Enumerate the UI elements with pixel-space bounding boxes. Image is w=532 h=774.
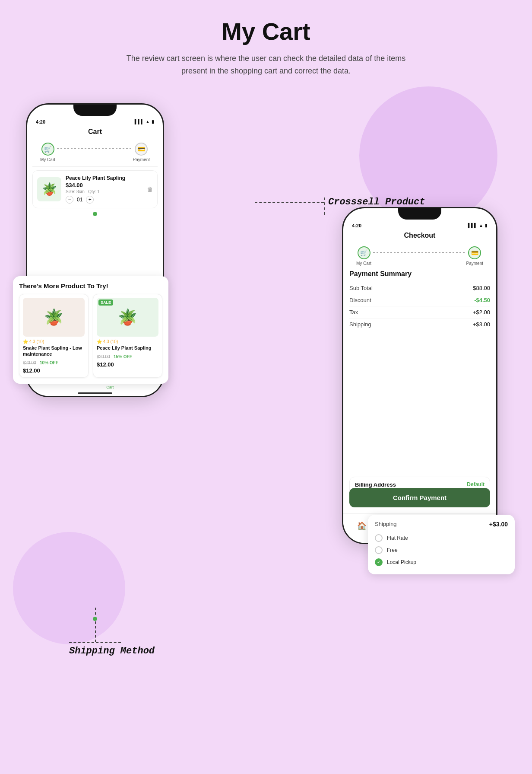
original-price-2: $20.00 <box>97 354 110 359</box>
cart-item-details: Peace Lily Plant Sapling $34.00 Size: 8c… <box>66 175 142 204</box>
billing-header: Billing Address Default <box>355 481 484 488</box>
summary-row-tax: Tax +$2.00 <box>349 306 490 319</box>
status-bar-right: 4:20 ▌▌▌ ▲ ▮ <box>343 220 496 229</box>
cart-nav-label-left: Cart <box>106 385 114 389</box>
qty-decrease-btn[interactable]: − <box>66 196 73 204</box>
battery-icon-left: ▮ <box>152 119 154 124</box>
shipping-label-truncated: Shipping <box>349 321 371 328</box>
original-price-1: $20.00 <box>23 360 36 365</box>
subtotal-amount: $88.00 <box>473 285 490 291</box>
billing-title: Billing Address <box>355 481 396 488</box>
phones-area: 4:20 ▌▌▌ ▲ ▮ Cart 🛒 My Cart 💳 Payment <box>0 86 532 691</box>
wifi-icon-left: ▲ <box>146 119 150 124</box>
final-price-2: $12.00 <box>97 361 158 368</box>
crosssell-card-2[interactable]: SALE 🪴 ⭐ 4.3 (10) Peace Lily Plant Sapli… <box>93 294 162 378</box>
nav-home-right[interactable]: 🏠 <box>357 521 367 531</box>
summary-row-discount: Discount -$4.50 <box>349 294 490 306</box>
home-indicator-left <box>78 392 112 394</box>
progress-steps-left: 🛒 My Cart 💳 Payment <box>27 140 163 166</box>
status-icons-left: ▌▌▌ ▲ ▮ <box>135 119 154 124</box>
radio-circle-free[interactable] <box>375 546 383 554</box>
divider-left <box>32 166 158 167</box>
discount-amount: -$4.50 <box>474 297 490 303</box>
summary-row-subtotal: Sub Total $88.00 <box>349 282 490 294</box>
wifi-icon-right: ▲ <box>479 223 483 228</box>
green-dot <box>93 212 97 216</box>
shipping-annotation-wrapper: Shipping Method <box>69 608 155 656</box>
cart-item-meta: Size: 8cm Qty: 1 <box>66 189 142 194</box>
price-row-2: $20.00 15% OFF <box>97 352 158 360</box>
step-line-right <box>373 252 465 253</box>
cart-item-size: Size: 8cm <box>66 189 85 194</box>
step-mycart-right: 🛒 My Cart <box>356 246 371 266</box>
flat-rate-label: Flat Rate <box>387 535 408 541</box>
crosssell-img-1: 🪴 <box>23 298 85 337</box>
step-label-mycart-right: My Cart <box>356 261 371 266</box>
subtotal-label: Sub Total <box>349 285 373 291</box>
radio-circle-local[interactable]: ✓ <box>375 558 383 566</box>
step-payment-left: 💳 Payment <box>133 143 150 162</box>
crosssell-annotation-text: Crosssell Product <box>328 197 425 207</box>
radio-free[interactable]: Free <box>375 544 508 556</box>
shipping-popup-amount: +$3.00 <box>489 521 508 528</box>
cart-item-image: 🪴 <box>37 177 61 201</box>
step-label-mycart: My Cart <box>40 157 55 162</box>
status-bar-left: 4:20 ▌▌▌ ▲ ▮ <box>27 116 163 125</box>
crosssell-dash-v <box>324 197 325 215</box>
step-label-payment-right: Payment <box>466 261 483 266</box>
shipping-annotation-text: Shipping Method <box>69 646 155 656</box>
shipping-amount-truncated: +$3.00 <box>473 321 490 328</box>
page-subtitle: The review cart screen is where the user… <box>119 52 413 77</box>
signal-icon-left: ▌▌▌ <box>135 119 144 124</box>
discount-label-2: 15% OFF <box>114 354 132 359</box>
shipping-dash-v <box>95 608 96 642</box>
stars-1: ⭐ 4.3 (10) <box>23 339 85 344</box>
progress-steps-right: 🛒 My Cart 💳 Payment <box>343 244 496 270</box>
signal-icon-right: ▌▌▌ <box>468 223 477 228</box>
payment-summary-title: Payment Summary <box>349 270 490 278</box>
page-header: My Cart The review cart screen is where … <box>0 0 532 86</box>
cart-item: 🪴 Peace Lily Plant Sapling $34.00 Size: … <box>37 175 153 204</box>
page-title: My Cart <box>43 17 489 45</box>
step-line-left <box>57 148 131 149</box>
radio-flat-rate[interactable]: Flat Rate <box>375 532 508 544</box>
crosssell-img-2: SALE 🪴 <box>97 298 158 337</box>
shipping-popup-header: Shipping +$3.00 <box>375 521 508 528</box>
crosssell-products: 🪴 ⭐ 4.3 (10) Snake Plant Sapling - Low m… <box>19 294 162 378</box>
step-circle-payment-left: 💳 <box>135 143 148 156</box>
status-time-right: 4:20 <box>352 223 361 228</box>
final-price-1: $12.00 <box>23 367 85 374</box>
battery-icon-right: ▮ <box>485 223 488 228</box>
screen-title-left: Cart <box>27 125 163 140</box>
confirm-payment-button[interactable]: Confirm Payment <box>349 488 490 507</box>
qty-value: 01 <box>77 197 82 203</box>
right-phone: 4:20 ▌▌▌ ▲ ▮ Checkout 🛒 My Cart 💳 Paymen… <box>342 207 497 544</box>
qty-increase-btn[interactable]: + <box>86 196 94 204</box>
cart-qty-control: − 01 + <box>66 196 142 204</box>
crosssell-name-2: Peace Lily Plant Sapling <box>97 345 158 351</box>
free-label: Free <box>387 547 398 553</box>
step-circle-mycart: 🛒 <box>41 143 54 156</box>
step-circle-mycart-right: 🛒 <box>358 246 370 259</box>
shipping-popup: Shipping +$3.00 Flat Rate Free ✓ Local P… <box>368 515 515 574</box>
crosssell-title: There's More Product To Try! <box>19 282 162 290</box>
shipping-dash-h <box>69 642 121 643</box>
step-label-payment-left: Payment <box>133 157 150 162</box>
status-time-left: 4:20 <box>36 119 45 124</box>
delete-icon[interactable]: 🗑 <box>147 186 153 193</box>
crosssell-card-1[interactable]: 🪴 ⭐ 4.3 (10) Snake Plant Sapling - Low m… <box>19 294 89 378</box>
checkout-content: Payment Summary Sub Total $88.00 Discoun… <box>343 270 496 330</box>
cart-item-price: $34.00 <box>66 182 142 188</box>
screen-title-right: Checkout <box>343 229 496 244</box>
discount-label-1: 10% OFF <box>40 360 58 365</box>
crosssell-popup: There's More Product To Try! 🪴 ⭐ 4.3 (10… <box>13 276 168 384</box>
step-circle-payment-right: 💳 <box>468 246 481 259</box>
radio-local-pickup[interactable]: ✓ Local Pickup <box>375 556 508 568</box>
summary-row-shipping-truncated: Shipping +$3.00 <box>349 319 490 330</box>
shipping-popup-label: Shipping <box>375 521 397 527</box>
step-mycart-left: 🛒 My Cart <box>40 143 55 162</box>
notch-right <box>398 208 441 220</box>
notch-left <box>73 105 117 116</box>
radio-circle-flat[interactable] <box>375 534 383 542</box>
tax-amount: +$2.00 <box>473 309 490 315</box>
